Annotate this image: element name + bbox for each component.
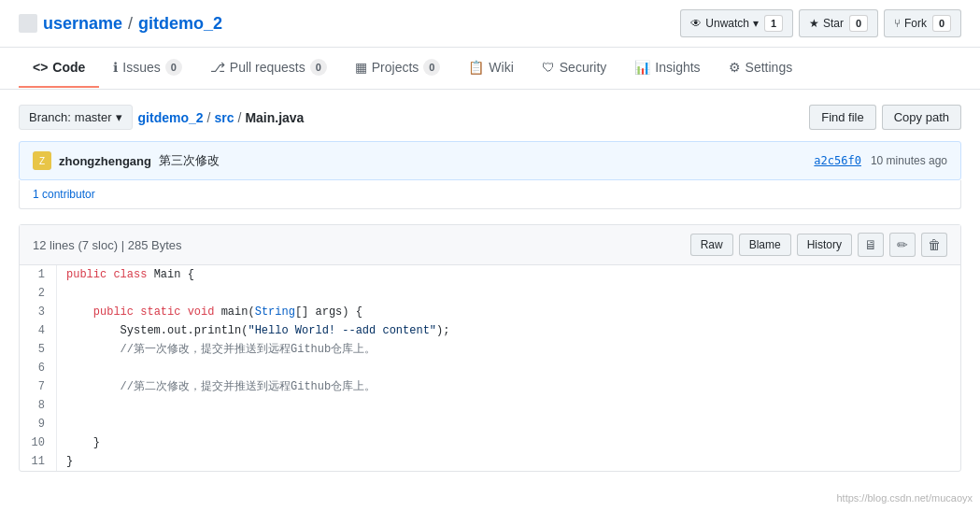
tab-insights[interactable]: 📊 Insights [620, 49, 714, 88]
nav-tabs: <> Code ℹ Issues 0 ⎇ Pull requests 0 ▦ P… [0, 48, 980, 90]
breadcrumb-current-file: Main.java [245, 110, 304, 125]
repo-owner-link[interactable]: username [43, 14, 122, 34]
repo-separator: / [128, 14, 133, 34]
branch-dropdown-icon: ▾ [116, 110, 122, 124]
file-viewer: 12 lines (7 sloc) | 285 Bytes Raw Blame … [19, 224, 961, 472]
line-content: } [57, 433, 109, 452]
line-content [57, 415, 76, 433]
top-bar: username / gitdemo_2 👁 Unwatch ▾ 1 ★ Sta… [0, 0, 980, 48]
line-number[interactable]: 2 [20, 284, 57, 303]
line-number[interactable]: 9 [20, 415, 57, 433]
tab-code-label: Code [52, 60, 85, 75]
line-content: public static void main(String[] args) { [57, 303, 372, 321]
code-body: 1public class Main {23 public static voi… [20, 265, 960, 471]
path-separator-2: / [237, 110, 241, 125]
fork-icon: ⑂ [894, 17, 901, 30]
line-number[interactable]: 3 [20, 303, 57, 321]
tab-issues[interactable]: ℹ Issues 0 [99, 48, 195, 89]
repo-actions: 👁 Unwatch ▾ 1 ★ Star 0 ⑂ Fork 0 [680, 9, 961, 37]
contributor-line[interactable]: 1 contributor [19, 180, 961, 209]
pr-icon: ⎇ [210, 60, 225, 75]
watch-count: 1 [764, 15, 783, 32]
fork-label: Fork [904, 17, 927, 30]
commit-author[interactable]: zhongzhengang [59, 154, 151, 168]
tab-security[interactable]: 🛡 Security [528, 49, 621, 88]
line-content: //第二次修改，提交并推送到远程Github仓库上。 [57, 377, 385, 396]
code-line: 5 //第一次修改，提交并推送到远程Github仓库上。 [20, 340, 960, 359]
branch-label: Branch: [29, 110, 71, 124]
settings-icon: ⚙ [729, 60, 741, 75]
line-content [57, 359, 76, 377]
tab-security-label: Security [560, 60, 607, 75]
fork-count: 0 [932, 15, 951, 32]
code-line: 8 [20, 396, 960, 415]
tab-pull-requests[interactable]: ⎇ Pull requests 0 [196, 48, 341, 89]
tab-projects[interactable]: ▦ Projects 0 [341, 48, 455, 89]
path-separator-1: / [207, 110, 211, 125]
branch-selector[interactable]: Branch: master ▾ [19, 105, 133, 130]
line-number[interactable]: 4 [20, 321, 57, 340]
star-button[interactable]: ★ Star 0 [799, 9, 878, 37]
line-number[interactable]: 8 [20, 396, 57, 415]
tab-settings-label: Settings [746, 60, 793, 75]
tab-wiki-label: Wiki [489, 60, 513, 75]
main-content: Branch: master ▾ gitdemo_2 / src / Main.… [0, 90, 980, 487]
breadcrumb-src-link[interactable]: src [214, 110, 234, 125]
breadcrumb-actions: Find file Copy path [809, 105, 961, 130]
history-button[interactable]: History [797, 234, 852, 256]
breadcrumb-repo-link[interactable]: gitdemo_2 [138, 110, 204, 125]
star-count: 0 [849, 15, 868, 32]
tab-code[interactable]: <> Code [19, 49, 99, 88]
edit-button[interactable]: ✏ [889, 233, 916, 257]
file-stats: 12 lines (7 sloc) | 285 Bytes [33, 238, 182, 252]
code-line: 2 [20, 284, 960, 303]
blame-button[interactable]: Blame [739, 234, 791, 256]
line-number[interactable]: 7 [20, 377, 57, 396]
line-content: System.out.println("Hello World! --add c… [57, 321, 459, 340]
repo-logo-icon [19, 14, 37, 33]
star-icon: ★ [809, 17, 819, 30]
projects-badge: 0 [423, 59, 440, 76]
issues-icon: ℹ [113, 60, 118, 75]
line-number[interactable]: 11 [20, 452, 57, 471]
line-content [57, 284, 76, 303]
watch-button[interactable]: 👁 Unwatch ▾ 1 [680, 9, 793, 37]
watch-label: Unwatch [705, 17, 749, 30]
projects-icon: ▦ [355, 60, 367, 75]
copy-path-button[interactable]: Copy path [882, 105, 961, 130]
tab-projects-label: Projects [372, 60, 419, 75]
file-stat-separator: | [121, 238, 128, 252]
line-content: //第一次修改，提交并推送到远程Github仓库上。 [57, 340, 385, 359]
line-number[interactable]: 5 [20, 340, 57, 359]
breadcrumb-bar: Branch: master ▾ gitdemo_2 / src / Main.… [19, 105, 961, 130]
commit-sha[interactable]: a2c56f0 [814, 154, 861, 167]
desktop-view-button[interactable]: 🖥 [858, 233, 884, 257]
tab-issues-label: Issues [122, 60, 160, 75]
delete-button[interactable]: 🗑 [921, 233, 947, 257]
tab-wiki[interactable]: 📋 Wiki [454, 49, 527, 88]
fork-button[interactable]: ⑂ Fork 0 [884, 9, 961, 37]
code-line: 9 [20, 415, 960, 433]
breadcrumb-path: gitdemo_2 / src / Main.java [138, 110, 305, 125]
desktop-icon: 🖥 [864, 237, 877, 252]
commit-message: 第三次修改 [159, 152, 220, 169]
code-line: 3 public static void main(String[] args)… [20, 303, 960, 321]
tab-insights-label: Insights [655, 60, 700, 75]
repo-name-link[interactable]: gitdemo_2 [138, 14, 222, 34]
line-number[interactable]: 1 [20, 265, 57, 284]
file-line-count: 12 lines (7 sloc) [33, 238, 118, 252]
tab-settings[interactable]: ⚙ Settings [715, 49, 807, 88]
code-line: 6 [20, 359, 960, 377]
line-number[interactable]: 10 [20, 433, 57, 452]
line-number[interactable]: 6 [20, 359, 57, 377]
find-file-button[interactable]: Find file [809, 105, 876, 130]
issues-badge: 0 [165, 59, 182, 76]
pencil-icon: ✏ [897, 237, 908, 252]
commit-time: 10 minutes ago [871, 154, 947, 167]
eye-icon: 👁 [690, 17, 702, 30]
avatar: Z [33, 151, 51, 170]
raw-button[interactable]: Raw [690, 234, 733, 256]
code-line: 7 //第二次修改，提交并推送到远程Github仓库上。 [20, 377, 960, 396]
line-content [57, 396, 76, 415]
pr-badge: 0 [310, 59, 327, 76]
